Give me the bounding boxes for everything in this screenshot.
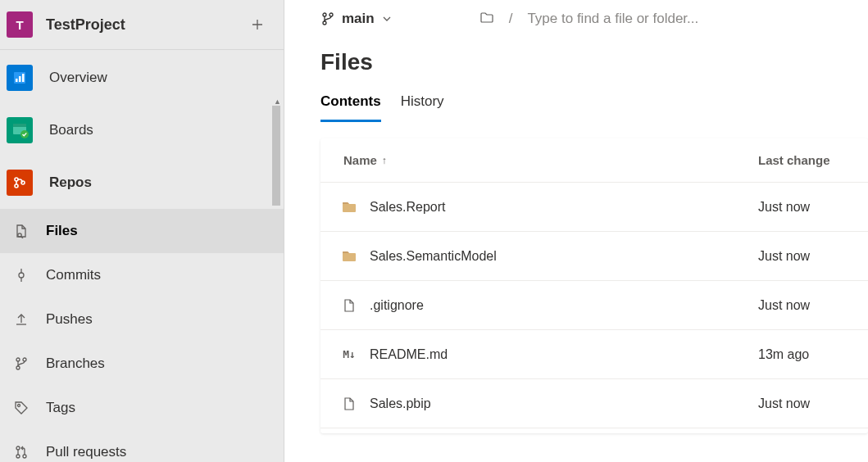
folder-icon <box>340 199 358 215</box>
svg-rect-2 <box>19 76 21 82</box>
table-row[interactable]: Sales.ReportJust now <box>320 183 868 232</box>
sort-asc-icon: ↑ <box>382 155 387 166</box>
tab-history[interactable]: History <box>401 93 444 122</box>
breadcrumb-separator: / <box>509 11 513 27</box>
column-name[interactable]: Name ↑ <box>343 153 758 167</box>
nav-label: Files <box>46 223 78 239</box>
topbar: main / <box>284 0 868 34</box>
svg-point-21 <box>329 13 333 16</box>
plus-icon <box>251 18 264 31</box>
svg-rect-3 <box>22 74 25 82</box>
svg-point-15 <box>18 405 20 407</box>
overview-icon <box>12 70 27 85</box>
svg-point-17 <box>16 455 20 458</box>
file-date: Just now <box>758 200 848 215</box>
svg-point-18 <box>23 455 26 458</box>
svg-point-14 <box>23 358 26 361</box>
tabs: Contents History <box>284 84 868 122</box>
table-row[interactable]: M↓README.md13m ago <box>320 330 868 379</box>
file-date: Just now <box>758 249 848 264</box>
nav-label: Pull requests <box>46 444 126 460</box>
main: main / Files Contents History Name ↑ Las… <box>284 0 868 462</box>
file-date: 13m ago <box>758 347 848 362</box>
folder-root-icon[interactable] <box>479 10 494 28</box>
column-name-label: Name <box>343 153 377 167</box>
boards-icon <box>11 121 29 139</box>
subnav-files[interactable]: Files <box>0 209 284 253</box>
chevron-down-icon <box>381 13 393 25</box>
commits-icon <box>13 267 30 283</box>
table-row[interactable]: Sales.SemanticModelJust now <box>320 232 868 281</box>
sidebar: T TestProject ▲ Overview Boards Re <box>0 0 284 462</box>
svg-point-11 <box>19 273 24 278</box>
table-row[interactable]: .gitignoreJust now <box>320 281 868 330</box>
nav-overview[interactable]: Overview <box>0 52 284 104</box>
file-name: Sales.SemanticModel <box>370 249 497 264</box>
project-name[interactable]: TestProject <box>46 16 246 34</box>
nav-label: Tags <box>46 400 75 416</box>
file-name: .gitignore <box>370 298 424 313</box>
file-icon <box>340 396 358 411</box>
nav-label: Pushes <box>46 311 93 328</box>
branches-icon <box>13 356 30 372</box>
subnav-tags[interactable]: Tags <box>0 386 284 430</box>
subnav-branches[interactable]: Branches <box>0 342 284 386</box>
branch-icon <box>320 11 335 26</box>
markdown-icon: M↓ <box>340 348 358 360</box>
branch-name: main <box>342 11 375 27</box>
subnav-pull-requests[interactable]: Pull requests <box>0 430 284 462</box>
project-avatar[interactable]: T <box>7 11 33 38</box>
svg-rect-1 <box>16 79 18 82</box>
branch-picker[interactable]: main <box>320 11 393 27</box>
column-last-change[interactable]: Last change <box>758 153 848 167</box>
folder-icon <box>340 248 358 265</box>
svg-point-13 <box>16 366 20 369</box>
file-date: Just now <box>758 298 848 313</box>
pushes-icon <box>13 311 30 328</box>
tab-contents[interactable]: Contents <box>320 93 381 122</box>
svg-point-12 <box>16 358 20 361</box>
path-search-input[interactable] <box>527 11 852 27</box>
tags-icon <box>13 400 30 416</box>
file-date: Just now <box>758 396 848 411</box>
file-name: README.md <box>370 347 448 362</box>
subnav-pushes[interactable]: Pushes <box>0 297 284 342</box>
add-button[interactable] <box>246 13 269 36</box>
nav: ▲ Overview Boards Repos File <box>0 50 284 462</box>
table-row[interactable]: Sales.pbipJust now <box>320 379 868 428</box>
file-name: Sales.Report <box>370 200 446 215</box>
nav-label: Commits <box>46 267 101 283</box>
file-icon <box>340 298 358 313</box>
nav-repos[interactable]: Repos <box>0 156 284 209</box>
page-title: Files <box>284 34 868 84</box>
nav-label: Boards <box>49 122 93 138</box>
svg-point-6 <box>20 130 29 138</box>
nav-label: Overview <box>49 70 107 86</box>
file-table: Name ↑ Last change Sales.ReportJust nowS… <box>320 138 868 433</box>
table-header: Name ↑ Last change <box>320 138 868 183</box>
sidebar-header: T TestProject <box>0 0 284 50</box>
svg-point-20 <box>323 21 326 25</box>
svg-point-19 <box>323 13 326 16</box>
pull-requests-icon <box>13 444 30 460</box>
nav-label: Repos <box>49 174 92 191</box>
repos-icon <box>12 175 27 190</box>
nav-label: Branches <box>46 356 105 372</box>
file-name: Sales.pbip <box>370 396 431 411</box>
svg-point-7 <box>15 178 18 181</box>
svg-rect-5 <box>13 124 26 127</box>
svg-point-8 <box>15 184 18 188</box>
nav-boards[interactable]: Boards <box>0 104 284 156</box>
files-icon <box>13 223 30 239</box>
svg-point-16 <box>16 446 20 450</box>
subnav-commits[interactable]: Commits <box>0 253 284 297</box>
